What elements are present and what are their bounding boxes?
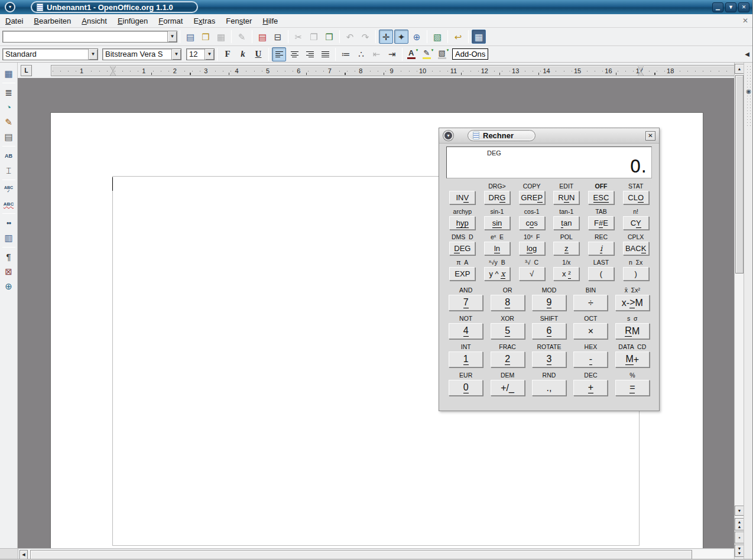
docked-toolbar-icon[interactable]: ◉ bbox=[745, 87, 752, 95]
font-size-value[interactable]: 12 bbox=[187, 50, 205, 58]
numbered-list-icon[interactable]: ≔ bbox=[339, 47, 353, 61]
key-esc[interactable]: ESC bbox=[588, 191, 614, 204]
autotext-icon[interactable]: AB bbox=[1, 148, 17, 163]
key-rm[interactable]: RM bbox=[615, 323, 650, 339]
key-5[interactable]: 5 bbox=[491, 323, 525, 339]
increase-indent-icon[interactable]: ⇥ bbox=[385, 47, 399, 61]
maximize-button[interactable]: ▼ bbox=[725, 2, 736, 12]
minimize-button[interactable]: ▁ bbox=[712, 2, 723, 12]
vertical-scrollbar[interactable]: ▲ ▼ ▲ ▲ ● ▼ ▼ bbox=[734, 63, 744, 559]
key-sin[interactable]: sin bbox=[484, 216, 510, 230]
hyperlink-dialog-icon[interactable]: ⊕ bbox=[410, 30, 424, 44]
horizontal-scrollbar[interactable]: ◀ bbox=[0, 548, 734, 560]
key-back[interactable]: BACK bbox=[623, 242, 649, 255]
navigator-icon[interactable]: ✛ bbox=[379, 30, 393, 44]
calculator-addon-icon[interactable]: ▦ bbox=[472, 30, 486, 44]
key-grep[interactable]: GREP bbox=[519, 191, 545, 204]
menu-datei[interactable]: Datei bbox=[0, 15, 28, 27]
font-color-icon[interactable]: A▾ bbox=[405, 47, 420, 61]
key-6[interactable]: 6 bbox=[532, 323, 566, 339]
key-ln[interactable]: ln bbox=[484, 242, 510, 255]
align-justify-icon[interactable] bbox=[318, 47, 332, 61]
export-pdf-icon[interactable]: ▤ bbox=[255, 30, 270, 44]
align-right-icon[interactable] bbox=[303, 47, 317, 61]
menu-fenster[interactable]: Fenster bbox=[220, 15, 257, 27]
key-blank[interactable]: ) bbox=[623, 267, 649, 281]
size-dropdown-icon[interactable]: ▼ bbox=[205, 49, 214, 60]
open-document-icon[interactable]: ❒ bbox=[199, 30, 213, 44]
graphics-on-off-icon[interactable]: ⊠ bbox=[1, 264, 17, 279]
navigation-button[interactable]: ● bbox=[735, 532, 744, 543]
menu-bearbeiten[interactable]: Bearbeiten bbox=[28, 15, 76, 27]
spellcheck-icon[interactable]: ABC ✓ bbox=[1, 182, 17, 197]
url-dropdown-icon[interactable]: ▼ bbox=[167, 31, 177, 42]
key-9[interactable]: 9 bbox=[532, 295, 566, 311]
font-name-combobox[interactable]: Bitstream Vera S ▼ bbox=[102, 48, 181, 60]
key--[interactable]: - bbox=[573, 351, 608, 367]
tab-stop-type-selector[interactable]: L bbox=[21, 65, 32, 76]
scroll-down-icon[interactable]: ▼ bbox=[735, 506, 744, 516]
font-dropdown-icon[interactable]: ▼ bbox=[171, 49, 181, 60]
new-document-icon[interactable]: ▤ bbox=[183, 30, 197, 44]
addons-label[interactable]: Add-Ons bbox=[452, 48, 488, 60]
bullet-list-icon[interactable]: ∴ bbox=[354, 47, 368, 61]
key-drg[interactable]: DRG bbox=[484, 191, 510, 204]
stylist-icon[interactable]: ✦ bbox=[394, 30, 408, 44]
key-2[interactable]: 2 bbox=[491, 351, 525, 367]
toolbar-overflow-icon[interactable]: ◀ bbox=[745, 51, 749, 57]
draw-functions-icon[interactable]: ✎ bbox=[1, 115, 17, 129]
highlighting-dropdown-icon[interactable]: ▾ bbox=[431, 48, 434, 53]
key-3[interactable]: 3 bbox=[532, 351, 566, 367]
paragraph-style-value[interactable]: Standard bbox=[3, 50, 88, 58]
paragraph-background-icon[interactable]: ▧▾ bbox=[436, 47, 450, 61]
highlighting-icon[interactable]: ✎▾ bbox=[421, 47, 435, 61]
horizontal-ruler[interactable]: 1 123456789101112131415161718 bbox=[51, 65, 735, 76]
key-i[interactable]: i bbox=[588, 242, 614, 255]
direct-cursor-icon[interactable]: ⌶ bbox=[1, 163, 17, 178]
previous-page-button[interactable]: ▲ ▲ bbox=[735, 518, 744, 530]
key-m+[interactable]: M+ bbox=[615, 351, 650, 367]
menu-extras[interactable]: Extras bbox=[188, 15, 220, 27]
underline-button[interactable]: U bbox=[251, 47, 265, 61]
menu-hilfe[interactable]: Hilfe bbox=[257, 15, 283, 27]
key-cy[interactable]: CY bbox=[623, 216, 649, 230]
key-1[interactable]: 1 bbox=[449, 351, 483, 367]
toolbar-grip[interactable] bbox=[746, 65, 752, 127]
italic-button[interactable]: k bbox=[236, 47, 250, 61]
key-0[interactable]: 0 bbox=[449, 380, 483, 396]
align-left-icon[interactable] bbox=[272, 47, 286, 61]
key-cos[interactable]: cos bbox=[519, 216, 545, 230]
key-x[interactable]: x ² bbox=[553, 267, 579, 281]
key-inv[interactable]: INV bbox=[449, 191, 475, 204]
vertical-scrollbar-thumb[interactable] bbox=[735, 75, 744, 274]
horizontal-scrollbar-thumb[interactable] bbox=[30, 550, 692, 559]
key-+/[interactable]: +/_ bbox=[491, 380, 525, 396]
curved-arrow-icon[interactable]: ↩ bbox=[451, 30, 465, 44]
scroll-left-icon[interactable]: ◀ bbox=[20, 550, 28, 559]
close-document-icon[interactable]: ✕ bbox=[742, 17, 748, 25]
key-fe[interactable]: F#E bbox=[588, 216, 614, 230]
auto-spellcheck-icon[interactable]: ABC bbox=[1, 197, 17, 211]
key-tan[interactable]: tan bbox=[553, 216, 579, 230]
paragraph-background-dropdown-icon[interactable]: ▾ bbox=[447, 48, 449, 53]
paste-icon[interactable]: ❒ bbox=[322, 30, 336, 44]
menu-ansicht[interactable]: Ansicht bbox=[76, 15, 112, 27]
data-sources-icon[interactable]: ▥ bbox=[1, 230, 17, 245]
calculator-close-button[interactable]: ✕ bbox=[645, 131, 655, 141]
close-button[interactable]: ✕ bbox=[738, 2, 749, 12]
key-8[interactable]: 8 bbox=[491, 295, 525, 311]
font-color-dropdown-icon[interactable]: ▾ bbox=[416, 48, 418, 53]
font-size-combobox[interactable]: 12 ▼ bbox=[186, 48, 215, 60]
key-4[interactable]: 4 bbox=[449, 323, 483, 339]
calculator-titlebar[interactable]: ▼ Rechner ✕ bbox=[439, 128, 659, 144]
insert-table-icon[interactable]: ▦ bbox=[1, 66, 17, 81]
menu-einfgen[interactable]: Einfügen bbox=[112, 15, 153, 27]
form-functions-icon[interactable]: ▤ bbox=[1, 129, 17, 144]
paragraph-style-combobox[interactable]: Standard ▼ bbox=[2, 48, 98, 60]
print-file-icon[interactable]: ⊟ bbox=[271, 30, 285, 44]
horizontal-scrollbar-track[interactable] bbox=[29, 550, 733, 559]
next-page-button[interactable]: ▼ ▼ bbox=[735, 545, 744, 557]
key-+[interactable]: + bbox=[573, 380, 608, 396]
insert-objects-icon[interactable]: ◔ bbox=[1, 100, 17, 115]
nonprinting-characters-icon[interactable]: ¶ bbox=[1, 249, 17, 264]
